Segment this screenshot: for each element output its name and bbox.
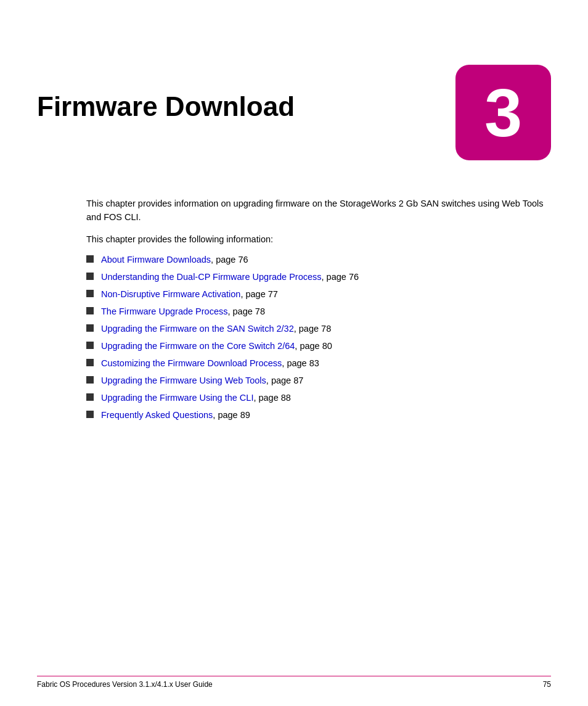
toc-item-text: Understanding the Dual-CP Firmware Upgra… <box>101 271 359 284</box>
page-container: 3 Firmware Download This chapter provide… <box>0 0 588 706</box>
toc-page: , page 80 <box>295 341 332 351</box>
toc-page: , page 78 <box>228 306 265 316</box>
toc-link[interactable]: Frequently Asked Questions <box>101 410 213 420</box>
intro-paragraph1: This chapter provides information on upg… <box>86 197 551 224</box>
toc-page: , page 89 <box>213 410 250 420</box>
list-item: Upgrading the Firmware on the Core Switc… <box>86 340 551 353</box>
list-item: About Firmware Downloads, page 76 <box>86 253 551 266</box>
list-item: Non-Disruptive Firmware Activation, page… <box>86 288 551 301</box>
toc-link[interactable]: Upgrading the Firmware Using the CLI <box>101 393 253 403</box>
toc-item-text: Upgrading the Firmware Using the CLI, pa… <box>101 392 291 404</box>
bullet-icon <box>86 342 94 349</box>
toc-link[interactable]: The Firmware Upgrade Process <box>101 306 228 316</box>
chapter-number: 3 <box>484 79 522 147</box>
toc-link[interactable]: About Firmware Downloads <box>101 255 211 265</box>
toc-list: About Firmware Downloads, page 76 Unders… <box>86 253 551 422</box>
toc-page: , page 76 <box>322 272 359 282</box>
list-item: Customizing the Firmware Download Proces… <box>86 357 551 370</box>
bullet-icon <box>86 411 94 418</box>
toc-item-text: Upgrading the Firmware Using Web Tools, … <box>101 374 303 387</box>
toc-page: , page 76 <box>211 255 248 265</box>
bullet-icon <box>86 324 94 332</box>
footer: Fabric OS Procedures Version 3.1.x/4.1.x… <box>37 676 551 689</box>
bullet-icon <box>86 255 94 263</box>
bullet-icon <box>86 273 94 280</box>
toc-item-text: Frequently Asked Questions, page 89 <box>101 409 250 422</box>
footer-page-number: 75 <box>543 680 551 689</box>
bullet-icon <box>86 393 94 401</box>
toc-page: , page 77 <box>240 289 277 299</box>
bullet-icon <box>86 376 94 384</box>
toc-item-text: About Firmware Downloads, page 76 <box>101 253 248 266</box>
bullet-icon <box>86 359 94 366</box>
list-item: Upgrading the Firmware Using the CLI, pa… <box>86 392 551 404</box>
chapter-title: Firmware Download <box>37 91 295 122</box>
toc-link[interactable]: Non-Disruptive Firmware Activation <box>101 289 240 299</box>
list-item: Upgrading the Firmware Using Web Tools, … <box>86 374 551 387</box>
content-area: This chapter provides information on upg… <box>86 197 551 426</box>
toc-page: , page 78 <box>294 324 331 334</box>
toc-page: , page 88 <box>253 393 290 403</box>
toc-item-text: Customizing the Firmware Download Proces… <box>101 357 319 370</box>
toc-link[interactable]: Customizing the Firmware Download Proces… <box>101 358 282 368</box>
toc-item-text: Upgrading the Firmware on the Core Switc… <box>101 340 332 353</box>
toc-page: , page 87 <box>266 376 303 385</box>
list-item: The Firmware Upgrade Process, page 78 <box>86 305 551 318</box>
toc-link[interactable]: Upgrading the Firmware on the SAN Switch… <box>101 324 294 334</box>
intro-paragraph2: This chapter provides the following info… <box>86 233 551 247</box>
toc-item-text: The Firmware Upgrade Process, page 78 <box>101 305 265 318</box>
bullet-icon <box>86 290 94 297</box>
list-item: Upgrading the Firmware on the SAN Switch… <box>86 322 551 335</box>
footer-left-text: Fabric OS Procedures Version 3.1.x/4.1.x… <box>37 680 213 689</box>
chapter-badge: 3 <box>455 65 551 160</box>
toc-link[interactable]: Understanding the Dual-CP Firmware Upgra… <box>101 272 322 282</box>
bullet-icon <box>86 307 94 314</box>
list-item: Understanding the Dual-CP Firmware Upgra… <box>86 271 551 284</box>
toc-link[interactable]: Upgrading the Firmware on the Core Switc… <box>101 341 295 351</box>
list-item: Frequently Asked Questions, page 89 <box>86 409 551 422</box>
toc-link[interactable]: Upgrading the Firmware Using Web Tools <box>101 376 266 385</box>
toc-item-text: Upgrading the Firmware on the SAN Switch… <box>101 322 331 335</box>
toc-item-text: Non-Disruptive Firmware Activation, page… <box>101 288 278 301</box>
toc-page: , page 83 <box>282 358 319 368</box>
